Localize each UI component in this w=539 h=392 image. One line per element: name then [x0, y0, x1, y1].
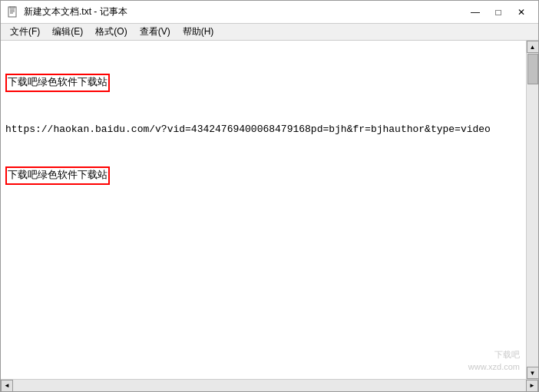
menu-help[interactable]: 帮助(H) — [177, 24, 220, 40]
window-title: 新建文本文档.txt - 记事本 — [24, 5, 127, 18]
watermark-line1: 下载吧 — [468, 349, 520, 361]
scroll-down-button[interactable]: ▼ — [527, 367, 539, 379]
notepad-icon — [7, 6, 19, 18]
vertical-scrollbar[interactable]: ▲ ▼ — [526, 41, 538, 379]
menu-view[interactable]: 查看(V) — [134, 24, 177, 40]
menu-bar: 文件(F) 编辑(E) 格式(O) 查看(V) 帮助(H) — [1, 24, 538, 41]
scroll-up-button[interactable]: ▲ — [527, 41, 539, 53]
watermark-line2: www.xzd.com — [468, 361, 520, 373]
title-bar: 新建文本文档.txt - 记事本 — □ ✕ — [1, 1, 538, 24]
menu-format[interactable]: 格式(O) — [89, 24, 133, 40]
scroll-track-vertical[interactable] — [527, 53, 538, 367]
title-bar-left: 新建文本文档.txt - 记事本 — [7, 5, 127, 18]
scroll-left-button[interactable]: ◄ — [1, 380, 13, 392]
menu-edit[interactable]: 编辑(E) — [46, 24, 89, 40]
close-button[interactable]: ✕ — [511, 4, 532, 21]
scroll-track-horizontal[interactable] — [13, 380, 526, 391]
line-3: 下载吧绿色软件下载站 — [5, 166, 521, 185]
maximize-button[interactable]: □ — [488, 4, 509, 21]
main-window: 新建文本文档.txt - 记事本 — □ ✕ 文件(F) 编辑(E) 格式(O)… — [0, 0, 539, 392]
horizontal-scrollbar-container: ◄ ► — [1, 379, 538, 391]
editor[interactable]: 下载吧绿色软件下载站 https://haokan.baidu.com/v?vi… — [1, 41, 526, 379]
menu-file[interactable]: 文件(F) — [4, 24, 46, 40]
svg-rect-1 — [10, 6, 15, 8]
title-bar-buttons: — □ ✕ — [465, 4, 532, 21]
scroll-thumb-vertical[interactable] — [527, 54, 538, 84]
line-1: 下载吧绿色软件下载站 — [5, 74, 521, 92]
scroll-right-button[interactable]: ► — [526, 380, 538, 392]
editor-content[interactable]: 下载吧绿色软件下载站 https://haokan.baidu.com/v?vi… — [5, 44, 521, 215]
line-2: https://haokan.baidu.com/v?vid=434247694… — [5, 122, 521, 137]
highlighted-line1: 下载吧绿色软件下载站 — [5, 74, 110, 92]
minimize-button[interactable]: — — [465, 4, 486, 21]
watermark: 下载吧 www.xzd.com — [468, 349, 520, 373]
content-area: 下载吧绿色软件下载站 https://haokan.baidu.com/v?vi… — [1, 41, 538, 379]
highlighted-line3: 下载吧绿色软件下载站 — [5, 166, 110, 185]
